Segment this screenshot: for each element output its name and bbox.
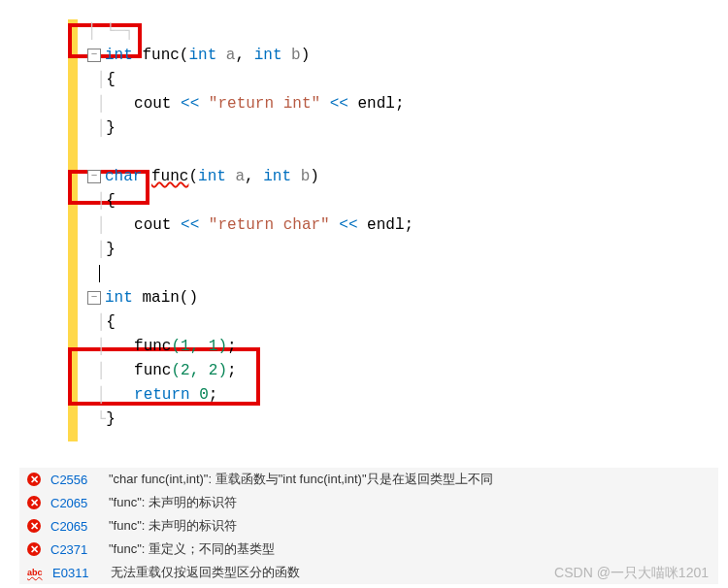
code-line [87,262,728,286]
error-message: "func": 未声明的标识符 [109,494,237,511]
code-line: │ func(2, 2); [87,359,728,383]
error-message: "char func(int,int)": 重载函数与"int func(int… [109,471,493,488]
code-line: └} [87,408,728,432]
fold-icon[interactable]: − [87,291,101,305]
code-line: │ cout << "return char" << endl; [87,213,728,238]
error-message: "func": 重定义；不同的基类型 [109,540,275,558]
code-line: │ func(1, 1); [87,335,728,359]
error-row[interactable]: ✕ C2556 "char func(int,int)": 重载函数与"int … [19,468,718,491]
error-icon: ✕ [27,473,41,486]
error-icon: ✕ [27,542,41,556]
code-line [87,141,728,165]
fold-icon[interactable]: − [87,49,101,62]
code-line: │ └─┐ [87,19,728,44]
fold-icon[interactable]: − [87,170,101,183]
error-message: 无法重载仅按返回类型区分的函数 [111,564,300,581]
code-editor[interactable]: │ └─┐ −int func(int a, int b) │{ │ cout … [0,0,728,451]
error-code: C2065 [50,519,99,534]
code-line: │{ [87,310,728,335]
code-line: −int func(int a, int b) [87,44,728,68]
code-line: │ return 0; [87,383,728,408]
code-content[interactable]: │ └─┐ −int func(int a, int b) │{ │ cout … [87,19,728,432]
error-code: C2371 [50,542,99,557]
code-line: │{ [87,189,728,213]
error-row[interactable]: ✕ C2371 "func": 重定义；不同的基类型 [19,538,718,561]
code-line: −char func(int a, int b) [87,165,728,189]
error-code: C2065 [50,496,99,510]
error-message: "func": 未声明的标识符 [109,517,237,535]
change-gutter [68,19,78,441]
code-line: −int main() [87,286,728,310]
code-line: │} [87,116,728,141]
error-code: C2556 [50,473,99,487]
error-row[interactable]: abc E0311 无法重载仅按返回类型区分的函数 [19,561,718,584]
error-row[interactable]: ✕ C2065 "func": 未声明的标识符 [19,514,718,538]
error-icon: ✕ [27,496,41,509]
text-cursor [99,265,100,282]
intellisense-icon: abc [27,566,43,579]
error-row[interactable]: ✕ C2065 "func": 未声明的标识符 [19,491,718,514]
code-line: │ cout << "return int" << endl; [87,92,728,116]
code-line: │{ [87,68,728,92]
error-list[interactable]: ✕ C2556 "char func(int,int)": 重载函数与"int … [19,468,718,584]
error-icon: ✕ [27,519,41,533]
code-line: │} [87,238,728,262]
error-code: E0311 [52,566,101,580]
